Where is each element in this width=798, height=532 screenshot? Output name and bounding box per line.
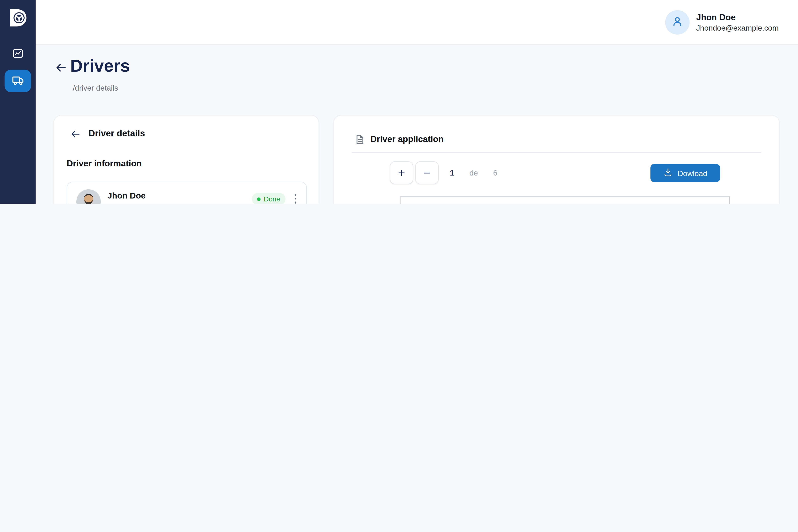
app-root: ? Jhon Do (0, 0, 798, 204)
sidebar-item-dashboard[interactable] (0, 48, 36, 61)
page-current: 1 (450, 169, 454, 177)
sidebar: ? (0, 0, 36, 204)
document-icon (354, 133, 365, 146)
panel-title: Driver details (89, 128, 145, 139)
avatar (665, 10, 689, 35)
arrow-left-icon (70, 132, 81, 141)
page-title: Drivers (70, 56, 130, 76)
zoom-out-button[interactable]: − (415, 161, 439, 184)
brand-logo-icon (7, 7, 28, 28)
page-total: 6 (493, 169, 497, 177)
status-dot (257, 197, 261, 201)
zoom-in-button[interactable]: + (390, 161, 413, 184)
download-icon (663, 167, 673, 178)
user-chip[interactable]: Jhon Doe Jhondoe@example.com (665, 10, 779, 35)
arrow-left-icon (55, 66, 67, 75)
driver-summary-card: Jhon Doe Driver Done email:Jhonalejandro… (66, 182, 307, 204)
driver-name: Jhon Doe (107, 190, 252, 201)
page-separator: de (469, 169, 478, 177)
main-content: Drivers /driver details Driver details D… (36, 45, 798, 204)
user-name: Jhon Doe (696, 12, 779, 23)
driver-photo (76, 189, 101, 204)
section-title: Driver information (66, 159, 141, 169)
panel-back-button[interactable] (70, 129, 81, 139)
divider (352, 152, 761, 153)
user-icon (671, 15, 684, 30)
driver-role: Driver (107, 202, 252, 204)
topbar: Jhon Doe Jhondoe@example.com (36, 0, 798, 45)
download-button[interactable]: Dowload (650, 164, 720, 182)
sidebar-item-drivers[interactable] (5, 70, 31, 92)
page-indicator: 1 de 6 (450, 161, 497, 184)
driver-details-panel: Driver details Driver information (53, 115, 319, 204)
panel-title: Driver application (370, 134, 443, 145)
page-back-button[interactable] (55, 61, 67, 74)
breadcrumb: /driver details (73, 83, 118, 92)
document-preview[interactable]: Driver Employment Application Date: 11/1… (400, 196, 730, 204)
chart-icon (12, 48, 24, 61)
driver-application-panel: Driver application + − 1 de 6 Dowload Dr… (333, 115, 780, 204)
kebab-menu-icon[interactable] (292, 192, 298, 204)
status-badge: Done (252, 193, 285, 204)
user-email: Jhondoe@example.com (696, 23, 779, 33)
truck-icon (11, 73, 25, 89)
download-label: Dowload (678, 169, 707, 177)
